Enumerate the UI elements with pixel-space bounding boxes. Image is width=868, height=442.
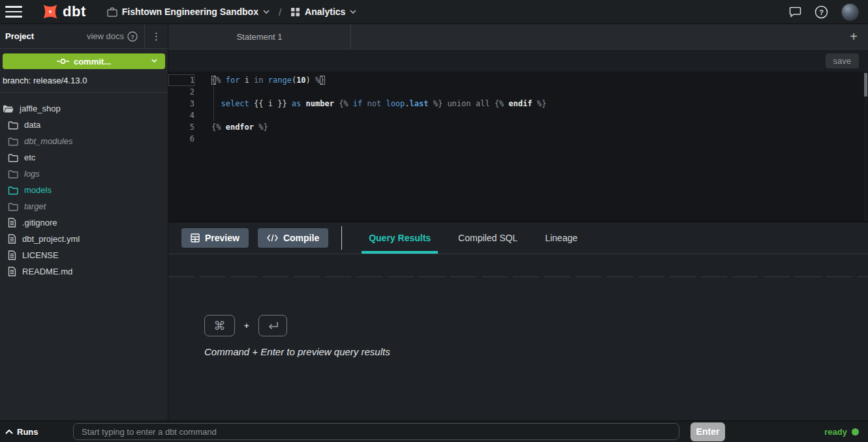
new-tab-button[interactable]: + xyxy=(839,24,868,49)
user-avatar[interactable] xyxy=(841,3,859,21)
file-tree: jaffle_shopdatadbt_modulesetclogsmodelst… xyxy=(0,93,168,280)
file-icon xyxy=(8,234,16,244)
command-key-icon: ⌘ xyxy=(204,315,235,336)
code-icon xyxy=(267,234,278,242)
compile-button[interactable]: Compile xyxy=(258,228,328,248)
dbt-logo-icon xyxy=(42,3,59,20)
line-number: 3 xyxy=(168,98,194,110)
runs-toggle[interactable]: Runs xyxy=(5,427,39,437)
breadcrumb-separator: / xyxy=(279,7,281,18)
results-tab-lineage[interactable]: Lineage xyxy=(538,222,585,254)
help-icon[interactable]: ? xyxy=(814,5,828,19)
editor-tab-statement-1[interactable]: Statement 1 xyxy=(168,24,351,49)
code-line-2: 2 xyxy=(168,86,868,98)
code-line-6: 6 xyxy=(168,133,868,145)
code-area[interactable]: 1{% for i in range(10) %}23 select {{ i … xyxy=(168,72,868,222)
tree-item--gitignore[interactable]: .gitignore xyxy=(0,214,168,231)
enter-button[interactable]: Enter xyxy=(690,422,725,441)
account-switcher[interactable]: Fishtown Engineering Sandbox xyxy=(107,7,270,17)
status-dot-icon xyxy=(852,428,859,435)
code-editor: 1{% for i in range(10) %}23 select {{ i … xyxy=(168,72,868,222)
line-number: 1 xyxy=(168,74,194,86)
editor-tab-bar: Statement 1 + xyxy=(168,24,868,50)
help-circle-icon: ? xyxy=(127,31,138,42)
sidebar-header: Project view docs ? ⋮ xyxy=(0,24,168,49)
git-commit-icon xyxy=(57,58,69,65)
tree-item-label: .gitignore xyxy=(22,218,57,228)
tree-item-etc[interactable]: etc xyxy=(0,149,168,166)
sidebar-title: Project xyxy=(5,31,34,41)
tree-item-target[interactable]: target xyxy=(0,198,168,214)
indent-guide xyxy=(213,86,214,121)
tree-item-label: README.md xyxy=(22,267,72,276)
tree-item-readme-md[interactable]: README.md xyxy=(0,263,168,280)
view-docs-link[interactable]: view docs ? xyxy=(87,31,144,42)
svg-text:?: ? xyxy=(819,8,824,16)
editor-toolbar: save xyxy=(168,50,868,72)
dbt-logo-text: dbt xyxy=(63,5,86,19)
code-line-3: 3 select {{ i }} as number {% if not loo… xyxy=(168,98,868,110)
status-text: ready xyxy=(824,427,847,437)
runs-label: Runs xyxy=(17,427,39,437)
project-sidebar: Project view docs ? ⋮ commit... xyxy=(0,24,168,420)
dbt-logo: dbt xyxy=(42,3,86,20)
editor-scrollbar[interactable] xyxy=(864,72,867,221)
folder-icon xyxy=(8,169,18,179)
tree-item-label: dbt_project.yml xyxy=(22,234,80,244)
results-tab-query-results[interactable]: Query Results xyxy=(362,222,438,254)
tree-item-jaffle-shop[interactable]: jaffle_shop xyxy=(0,100,168,117)
code-line-4: 4 xyxy=(168,110,868,121)
results-empty-state: ⌘ + Command + Enter to preview query res… xyxy=(168,277,868,420)
tree-item-label: target xyxy=(24,201,46,211)
preview-hint-text: Command + Enter to preview query results xyxy=(204,346,390,357)
line-number: 2 xyxy=(168,86,194,98)
plus-label: + xyxy=(244,321,249,331)
results-tab-compiled-sql[interactable]: Compiled SQL xyxy=(451,222,525,254)
tree-item-logs[interactable]: logs xyxy=(0,166,168,182)
hamburger-menu-icon[interactable] xyxy=(5,6,22,18)
briefcase-icon xyxy=(107,7,117,17)
file-icon xyxy=(8,218,16,228)
top-bar: dbt Fishtown Engineering Sandbox / xyxy=(0,0,868,24)
dbt-command-input[interactable] xyxy=(73,423,679,440)
tree-item-label: dbt_modules xyxy=(24,136,72,146)
preview-button[interactable]: Preview xyxy=(181,228,249,248)
tree-item-data[interactable]: data xyxy=(0,117,168,133)
tree-item-label: etc xyxy=(24,153,35,162)
results-panel: Preview Compile Query ResultsCompiled SQ… xyxy=(168,222,868,420)
tree-item-label: models xyxy=(24,185,52,195)
grid-icon xyxy=(290,7,300,17)
chevron-down-icon xyxy=(350,10,356,14)
branch-label: branch: release/4.13.0 xyxy=(0,69,168,93)
tree-item-models[interactable]: models xyxy=(0,182,168,198)
project-switcher[interactable]: Analytics xyxy=(290,7,356,17)
commit-button[interactable]: commit... xyxy=(3,53,165,69)
feedback-chat-icon[interactable] xyxy=(789,7,801,18)
save-button[interactable]: save xyxy=(826,53,859,68)
divider xyxy=(341,226,342,250)
table-icon xyxy=(191,233,200,243)
file-icon xyxy=(8,267,16,276)
folder-icon xyxy=(8,186,18,195)
kebab-menu-icon[interactable]: ⋮ xyxy=(145,24,168,49)
results-toolbar: Preview Compile Query ResultsCompiled SQ… xyxy=(168,222,868,254)
tree-item-dbt-project-yml[interactable]: dbt_project.yml xyxy=(0,231,168,247)
tree-item-license[interactable]: LICENSE xyxy=(0,247,168,263)
dbt-cloud-ide: dbt Fishtown Engineering Sandbox / xyxy=(0,0,868,442)
folder-icon xyxy=(8,137,18,146)
main-area: Statement 1 + save 1{% for i in range(10… xyxy=(168,24,868,420)
status-indicator: ready xyxy=(824,427,859,437)
results-grid-header xyxy=(168,254,868,277)
line-number: 6 xyxy=(168,133,194,145)
results-tabs: Query ResultsCompiled SQLLineage xyxy=(355,222,591,254)
project-name: Analytics xyxy=(305,7,345,17)
account-name: Fishtown Engineering Sandbox xyxy=(122,7,258,17)
folder-icon xyxy=(8,202,18,211)
chevron-up-icon xyxy=(5,430,13,434)
tree-item-dbt-modules[interactable]: dbt_modules xyxy=(0,133,168,149)
file-icon xyxy=(8,250,16,260)
chevron-down-icon xyxy=(263,10,270,14)
enter-key-icon xyxy=(258,315,287,336)
tree-item-label: data xyxy=(24,120,40,130)
folder-icon xyxy=(8,121,18,130)
